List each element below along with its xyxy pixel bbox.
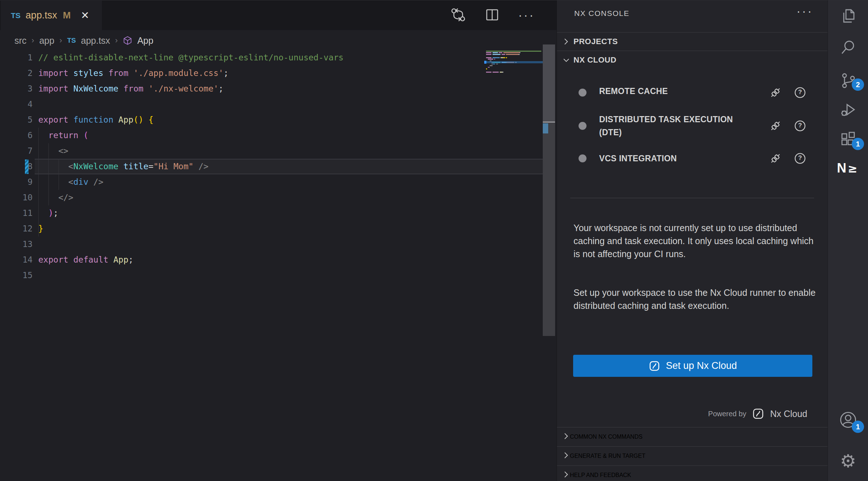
feature-label: VCS INTEGRATION	[599, 152, 751, 165]
connect-plug-icon[interactable]	[769, 152, 782, 166]
scrollbar-slider[interactable]	[543, 44, 555, 122]
line-number: 4	[0, 97, 33, 112]
chevron-right-icon	[562, 37, 571, 46]
line-number: 9	[0, 174, 33, 190]
accounts-icon[interactable]: 1	[828, 404, 868, 436]
line-number: 13	[0, 237, 33, 252]
editor-scrollbar[interactable]	[543, 44, 555, 336]
section-projects[interactable]: PROJECTS	[557, 33, 828, 51]
line-number: 3	[0, 81, 33, 97]
extensions-badge: 1	[852, 138, 864, 150]
minimap-line	[486, 52, 543, 53]
line-number: 8	[0, 159, 33, 174]
search-icon[interactable]	[828, 31, 868, 63]
svg-text:≥: ≥	[848, 162, 858, 175]
section-nx-cloud[interactable]: NX CLOUD	[557, 51, 828, 69]
line-number: 7	[0, 143, 33, 159]
status-dot	[579, 89, 586, 97]
overview-modified-marker	[543, 123, 548, 133]
panel-title: NX CONSOLE	[574, 9, 629, 18]
feature-label: REMOTE CACHE	[599, 85, 751, 98]
powered-by: Powered by Nx Cloud	[708, 408, 807, 420]
editor-toolbar: ···	[450, 7, 535, 23]
code-line[interactable]: 2import styles from './app.module.css';	[0, 65, 543, 81]
code-editor[interactable]: 1// eslint-disable-next-line @typescript…	[0, 50, 543, 283]
code-line[interactable]: 8 <NxWelcome title="Hi Mom" />	[0, 159, 543, 174]
open-changes-icon[interactable]	[450, 7, 466, 23]
line-number: 5	[0, 112, 33, 128]
help-icon[interactable]: ?	[794, 152, 806, 166]
nx-console-panel: NX CONSOLE ··· PROJECTS NX CLOUD REMOTE …	[557, 0, 828, 481]
run-debug-icon[interactable]	[828, 94, 868, 125]
close-tab-icon[interactable]: ✕	[81, 9, 89, 21]
tab-bar: TS app.tsx M ✕ ···	[0, 0, 557, 30]
scrollbar-divider	[543, 122, 555, 123]
minimap-line	[486, 64, 543, 65]
breadcrumb-separator: ›	[115, 36, 118, 45]
code-line[interactable]: 11 );	[0, 205, 543, 221]
line-number: 12	[0, 221, 33, 237]
breadcrumb-src[interactable]: src	[14, 35, 26, 46]
activity-bar: 2 1 N ≥ 1 ⚙	[828, 0, 868, 481]
code-line[interactable]: 5export function App() {	[0, 112, 543, 128]
minimap-line	[486, 51, 543, 52]
source-control-icon[interactable]: 2	[828, 65, 868, 97]
nx-console-icon[interactable]: N ≥	[828, 152, 868, 184]
setup-nx-cloud-button[interactable]: Set up Nx Cloud	[573, 355, 812, 377]
code-line[interactable]: 3import NxWelcome from './nx-welcome';	[0, 81, 543, 97]
section-help-and-feedback[interactable]: HELP AND FEEDBACK	[557, 466, 828, 481]
code-line[interactable]: 10 </>	[0, 190, 543, 205]
minimap-line	[486, 65, 543, 66]
code-line[interactable]: 7 <>	[0, 143, 543, 159]
minimap-line	[486, 72, 543, 73]
nx-cloud-icon	[649, 360, 660, 372]
scm-badge: 2	[852, 78, 864, 91]
code-line[interactable]: 1// eslint-disable-next-line @typescript…	[0, 50, 543, 65]
typescript-file-icon: TS	[11, 11, 21, 20]
section-generate-run-target[interactable]: GENERATE & RUN TARGET	[557, 447, 828, 465]
minimap-line	[486, 59, 543, 60]
minimap-current-line	[484, 61, 543, 63]
settings-gear-icon[interactable]: ⚙	[828, 445, 868, 477]
code-line[interactable]: 6 return (	[0, 128, 543, 143]
typescript-file-icon: TS	[67, 37, 76, 44]
help-icon[interactable]: ?	[794, 120, 806, 133]
line-number: 2	[0, 65, 33, 81]
code-line[interactable]: 9 <div />	[0, 174, 543, 190]
symbol-cube-icon	[123, 36, 132, 45]
setup-hint-text: Set up your workspace to use the Nx Clou…	[573, 286, 816, 312]
code-line[interactable]: 12}	[0, 221, 543, 237]
modified-indicator: M	[63, 10, 71, 21]
explorer-icon[interactable]	[828, 0, 868, 32]
extensions-icon[interactable]: 1	[828, 123, 868, 155]
minimap-line	[486, 70, 543, 71]
line-number: 6	[0, 128, 33, 143]
connect-plug-icon[interactable]	[769, 86, 782, 100]
divider	[570, 198, 814, 198]
chevron-right-icon	[562, 470, 570, 481]
more-actions-icon[interactable]: ···	[518, 7, 535, 23]
workspace-status-text: Your workspace is not currently set up t…	[573, 221, 816, 260]
breadcrumb-app[interactable]: app	[39, 35, 55, 46]
split-editor-icon[interactable]	[484, 7, 500, 23]
section-common-nx-commands[interactable]: COMMON NX COMMANDS	[557, 427, 828, 446]
vscode-window: TS app.tsx M ✕ ··· src ›	[0, 0, 868, 481]
code-line[interactable]: 4	[0, 97, 543, 112]
help-icon[interactable]: ?	[794, 86, 806, 100]
tab-app-tsx[interactable]: TS app.tsx M ✕	[1, 1, 102, 30]
connect-plug-icon[interactable]	[769, 120, 782, 133]
minimap-line	[486, 54, 543, 55]
breadcrumb-file[interactable]: app.tsx	[81, 35, 110, 46]
code-line[interactable]: 15	[0, 268, 543, 283]
breadcrumb-symbol[interactable]: App	[137, 35, 153, 46]
panel-more-actions-icon[interactable]: ···	[796, 4, 813, 18]
status-dot	[579, 122, 586, 130]
nx-cloud-icon	[752, 408, 764, 420]
minimap-line	[486, 68, 543, 69]
minimap-line	[486, 67, 543, 68]
code-line[interactable]: 14export default App;	[0, 252, 543, 268]
breadcrumb: src › app › TS app.tsx › App	[14, 32, 153, 49]
code-line[interactable]: 13	[0, 237, 543, 252]
breadcrumb-separator: ›	[31, 36, 34, 45]
tab-filename: app.tsx	[26, 10, 57, 21]
